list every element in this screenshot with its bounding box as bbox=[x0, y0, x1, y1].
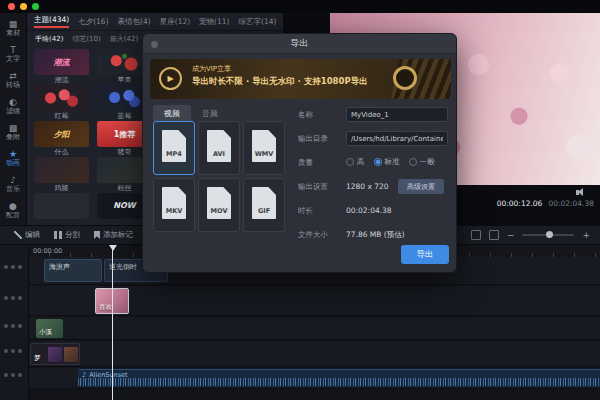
mute-icon[interactable] bbox=[18, 265, 22, 269]
sticker-item[interactable]: 夕阳什么 bbox=[31, 120, 92, 156]
clip-label: 小溪 bbox=[39, 328, 52, 337]
tab-memes[interactable]: 表情包(4) bbox=[118, 17, 151, 27]
resolution-value: 1280 x 720 bbox=[346, 182, 389, 191]
format-mkv[interactable]: MKV bbox=[153, 178, 195, 232]
mute-icon[interactable] bbox=[18, 324, 22, 328]
format-gif[interactable]: GIF bbox=[243, 178, 285, 232]
radio-icon bbox=[346, 158, 354, 166]
track-5-controls bbox=[4, 373, 22, 377]
clip-thumbnail bbox=[48, 347, 62, 362]
lock-icon[interactable] bbox=[4, 324, 8, 328]
edit-label: 编辑 bbox=[25, 230, 40, 240]
dialog-header: 导出 bbox=[143, 34, 456, 54]
sidebar-item-stickers[interactable]: ★动画 bbox=[0, 145, 26, 171]
track-4[interactable] bbox=[28, 341, 600, 367]
sidebar-item-music[interactable]: ♪音乐 bbox=[0, 171, 26, 197]
radio-icon bbox=[374, 158, 382, 166]
vip-headline: 成为VIP立享 bbox=[192, 64, 231, 74]
format-avi[interactable]: AVI bbox=[198, 121, 240, 175]
tab-variety-text[interactable]: 综艺字(14) bbox=[239, 17, 277, 27]
lock-icon[interactable] bbox=[4, 296, 8, 300]
lock-icon[interactable] bbox=[4, 349, 8, 353]
clip-audio-aliensunset[interactable]: ♪AlienSunset bbox=[78, 369, 600, 387]
clip-stream[interactable]: 小溪 bbox=[36, 319, 63, 338]
format-mov[interactable]: MOV bbox=[198, 178, 240, 232]
close-dialog-button[interactable] bbox=[151, 41, 158, 48]
tab-zodiac[interactable]: 星座(12) bbox=[160, 17, 190, 27]
eye-icon[interactable] bbox=[11, 373, 15, 377]
marker-icon bbox=[94, 231, 100, 239]
subtab-variety[interactable]: 综艺(10) bbox=[72, 34, 100, 44]
track-3[interactable] bbox=[28, 317, 600, 340]
eye-icon[interactable] bbox=[11, 296, 15, 300]
close-window-button[interactable] bbox=[8, 3, 15, 10]
lock-icon[interactable] bbox=[4, 265, 8, 269]
output-dir-input[interactable] bbox=[346, 131, 448, 146]
tab-theme[interactable]: 主题(434) bbox=[34, 15, 69, 28]
sticker-item[interactable]: 鸡腿 bbox=[31, 156, 92, 192]
quality-high-radio[interactable]: 高 bbox=[346, 157, 365, 167]
name-input[interactable] bbox=[346, 107, 448, 122]
eye-icon[interactable] bbox=[11, 324, 15, 328]
sticker-item[interactable]: 潮流潮流 bbox=[31, 48, 92, 84]
mute-icon[interactable] bbox=[18, 296, 22, 300]
sticker-art-text: 夕阳 bbox=[34, 129, 89, 140]
clip-ocean-sound[interactable]: 海浪声 bbox=[44, 259, 102, 282]
zoom-window-button[interactable] bbox=[32, 3, 39, 10]
tab-audio[interactable]: 音频 bbox=[191, 105, 229, 121]
zoom-out-icon[interactable]: − bbox=[507, 231, 515, 240]
snap-icon[interactable] bbox=[471, 230, 481, 240]
format-label: MKV bbox=[154, 207, 194, 215]
track-manager-icon[interactable] bbox=[489, 230, 499, 240]
export-button[interactable]: 导出 bbox=[401, 245, 449, 264]
minimize-window-button[interactable] bbox=[20, 3, 27, 10]
vip-banner[interactable]: ▶ 成为VIP立享 导出时长不限 · 导出无水印 · 支持1080P导出 bbox=[150, 59, 451, 99]
quality-label: 质量 bbox=[298, 158, 313, 168]
audio-waveform bbox=[78, 378, 600, 386]
timeline-zoom-slider[interactable] bbox=[522, 234, 574, 236]
sidebar-item-text[interactable]: T文字 bbox=[0, 41, 26, 67]
format-wmv[interactable]: WMV bbox=[243, 121, 285, 175]
category-tabs: 主题(434) 七夕(16) 表情包(4) 星座(12) 宠物(11) 综艺字(… bbox=[27, 13, 283, 31]
sidebar-item-media[interactable]: ▦素材 bbox=[0, 15, 26, 41]
add-marker-button[interactable]: 添加标记 bbox=[94, 230, 133, 240]
clip-label: 海浪声 bbox=[49, 263, 70, 271]
advanced-settings-button[interactable]: 高级设置 bbox=[398, 179, 444, 194]
sidebar-item-overlays[interactable]: ▩叠附 bbox=[0, 119, 26, 145]
sidebar-item-transitions[interactable]: ⇄转场 bbox=[0, 67, 26, 93]
lock-icon[interactable] bbox=[4, 373, 8, 377]
clip-label: 喜欢 bbox=[99, 303, 112, 312]
tab-pets[interactable]: 宠物(11) bbox=[199, 17, 229, 27]
quality-options: 高 标准 一般 bbox=[346, 157, 435, 167]
media-icon: ▦ bbox=[9, 19, 18, 29]
eye-icon[interactable] bbox=[11, 349, 15, 353]
mute-icon[interactable] bbox=[18, 349, 22, 353]
quality-normal-radio[interactable]: 一般 bbox=[409, 157, 435, 167]
duration-row: 时长 00:02:04.38 bbox=[298, 203, 448, 219]
mute-icon[interactable] bbox=[18, 373, 22, 377]
sidebar-label: 叠附 bbox=[6, 133, 20, 142]
quality-standard-radio[interactable]: 标准 bbox=[374, 157, 400, 167]
export-dialog: 导出 ▶ 成为VIP立享 导出时长不限 · 导出无水印 · 支持1080P导出 … bbox=[142, 33, 457, 273]
clip-dream[interactable]: 梦 bbox=[30, 343, 80, 365]
volume-icon[interactable] bbox=[576, 188, 587, 197]
name-row: 名称 bbox=[298, 107, 448, 123]
sidebar-item-voiceover[interactable]: ●配音 bbox=[0, 197, 26, 223]
split-button[interactable]: 分割 bbox=[54, 230, 80, 240]
tab-qixi[interactable]: 七夕(16) bbox=[78, 17, 108, 27]
sticker-item[interactable] bbox=[31, 192, 92, 225]
sticker-item[interactable]: 红莓 bbox=[31, 84, 92, 120]
edit-button[interactable]: 编辑 bbox=[14, 230, 40, 240]
eye-icon[interactable] bbox=[11, 265, 15, 269]
format-label: MOV bbox=[199, 207, 239, 215]
overlay-icon: ▩ bbox=[9, 123, 18, 133]
subtab-handdrawn[interactable]: 手绘(42) bbox=[35, 34, 63, 44]
subtab-hot[interactable]: 最火(42) bbox=[110, 34, 138, 44]
sticker-thumbnail bbox=[34, 193, 89, 219]
zoom-slider-knob[interactable] bbox=[546, 231, 553, 238]
tab-video[interactable]: 视频 bbox=[153, 105, 191, 121]
format-mp4[interactable]: MP4 bbox=[153, 121, 195, 175]
zoom-in-icon[interactable]: + bbox=[582, 231, 590, 240]
sidebar-item-filters[interactable]: ◐滤镜 bbox=[0, 93, 26, 119]
playhead[interactable] bbox=[112, 245, 113, 400]
